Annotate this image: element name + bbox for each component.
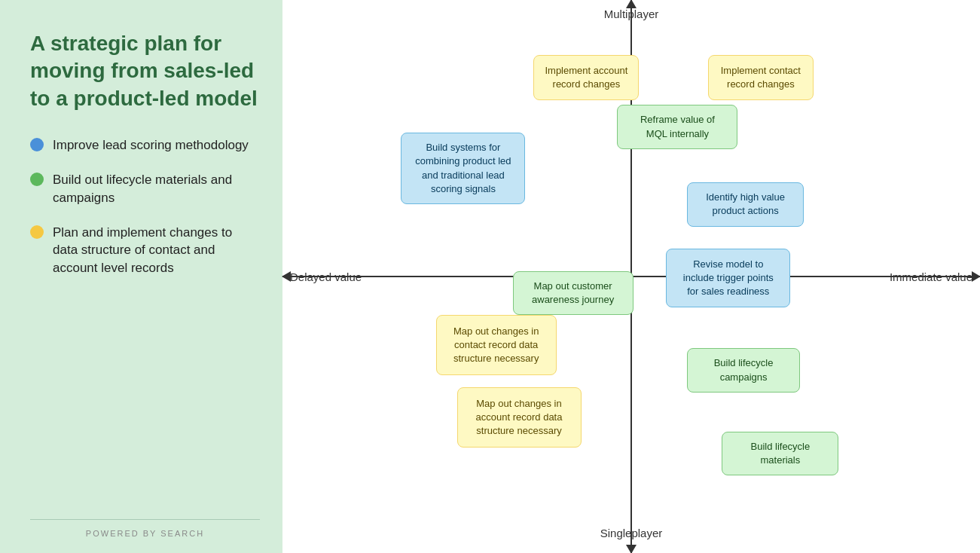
card-reframe-mql: Reframe value of MQL internally [617,105,737,148]
card-text: Reframe value of MQL internally [628,113,726,140]
card-text: Build lifecycle campaigns [698,356,789,383]
axis-label-top: Multiplayer [604,8,659,20]
card-identify-high-value: Identify high value product actions [687,182,804,226]
card-text: Implement contact record changes [719,64,802,91]
sidebar-item-build-lifecycle: Build out lifecycle materials and campai… [30,171,260,207]
card-build-lifecycle-campaigns: Build lifecycle campaigns [687,348,800,392]
chart-area: Multiplayer Singleplayer Delayed value I… [282,0,980,553]
arrow-down-icon [626,545,637,553]
card-text: Build lifecycle materials [733,440,827,467]
sidebar-footer: POWERED BY SEARCH [30,529,260,538]
axis-label-left: Delayed value [290,270,362,283]
sidebar-item-plan-implement: Plan and implement changes to data struc… [30,224,260,277]
sidebar-item-text: Build out lifecycle materials and campai… [53,171,260,207]
card-build-lifecycle-materials: Build lifecycle materials [722,432,838,475]
card-text: Map out changes in contact record data s… [447,325,545,366]
arrow-right-icon [972,271,980,282]
card-implement-account: Implement account record changes [533,55,639,100]
card-map-contact-changes: Map out changes in contact record data s… [436,315,557,375]
card-text: Identify high value product actions [698,191,792,218]
card-text: Map out customer awareness journey [524,280,622,307]
card-revise-model: Revise model to include trigger points f… [666,249,790,307]
blue-dot-icon [30,138,44,151]
sidebar: A strategic plan for moving from sales-l… [0,0,282,553]
card-implement-contact: Implement contact record changes [708,55,814,100]
card-map-customer-awareness: Map out customer awareness journey [513,271,633,315]
sidebar-divider [30,519,260,520]
green-dot-icon [30,173,44,186]
yellow-dot-icon [30,225,44,239]
axis-label-bottom: Singleplayer [600,527,663,539]
axis-label-right: Immediate value [890,270,972,283]
card-build-systems: Build systems for combining product led … [401,133,525,204]
card-text: Map out changes in account record data s… [469,397,570,438]
sidebar-item-text: Improve lead scoring methodology [53,136,249,154]
sidebar-list: Improve lead scoring methodologyBuild ou… [30,136,260,277]
card-text: Implement account record changes [545,64,627,91]
sidebar-item-text: Plan and implement changes to data struc… [53,224,260,277]
sidebar-item-improve-lead: Improve lead scoring methodology [30,136,260,154]
card-map-account-changes: Map out changes in account record data s… [457,387,582,448]
card-text: Revise model to include trigger points f… [677,258,779,299]
sidebar-title: A strategic plan for moving from sales-l… [30,30,260,112]
card-text: Build systems for combining product led … [412,141,514,196]
